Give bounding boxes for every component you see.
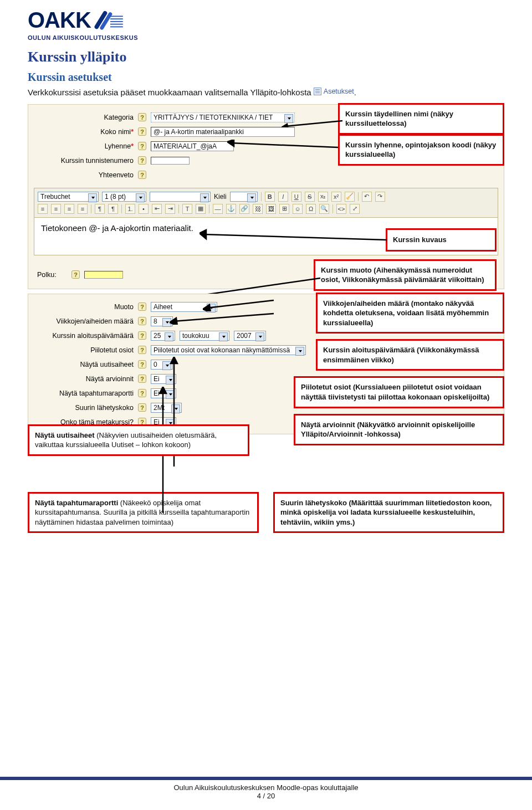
label-tunniste: Kurssin tunnistenumero — [34, 157, 134, 165]
select-aloitus-year[interactable]: 2007 — [234, 331, 266, 341]
callout-aloituspvm: Kurssin aloituspäivämäärä (Viikkonäkymäs… — [316, 339, 504, 371]
align-left-icon[interactable]: ≡ — [38, 204, 48, 214]
ltr-icon[interactable]: ¶ — [95, 204, 105, 214]
callout-kurssin-kuvaus: Kurssin kuvaus — [386, 228, 497, 252]
help-icon[interactable]: ? — [138, 171, 146, 179]
italic-icon[interactable]: I — [278, 192, 288, 202]
callout-nayta-uutisaiheet: Näytä uutisaiheet (Näkyvien uutisaiheide… — [28, 424, 249, 456]
help-icon[interactable]: ? — [138, 113, 146, 121]
help-icon[interactable]: ? — [138, 346, 146, 354]
indent-icon[interactable]: ⇥ — [165, 204, 175, 214]
intro-text: Verkkokurssisi asetuksia pääset muokkaam… — [28, 88, 311, 97]
logo-text: OAKK — [28, 10, 91, 30]
rtl-icon[interactable]: ¶ — [108, 204, 118, 214]
outdent-icon[interactable]: ⇤ — [152, 204, 162, 214]
label-tapahtuma: Näytä tapahtumaraportti — [34, 389, 134, 397]
callout-kurssin-nimi: Kurssin täydellinen nimi (näkyy kurssilu… — [338, 103, 504, 135]
callout-viikkojen-maara: Viikkojen/aiheiden määrä (montako näkyvä… — [316, 293, 504, 334]
help-icon[interactable]: ? — [138, 403, 146, 412]
help-icon[interactable]: ? — [138, 389, 146, 397]
table-icon[interactable]: ⊞ — [279, 204, 289, 214]
help-icon[interactable]: ? — [138, 127, 146, 136]
search-icon[interactable]: 🔍 — [319, 204, 329, 214]
align-justify-icon[interactable]: ≡ — [78, 204, 88, 214]
input-lyhenne[interactable]: MATERIAALIT_@jaA — [151, 141, 234, 151]
logo: OAKK — [28, 10, 504, 33]
label-piilotetut: Piilotetut osiot — [34, 346, 134, 354]
sub-icon[interactable]: x₂ — [318, 192, 328, 202]
help-icon[interactable]: ? — [138, 360, 146, 368]
unlink-icon[interactable]: ⛓ — [253, 204, 263, 214]
redo-icon[interactable]: ↷ — [375, 192, 385, 202]
editor-lang-label: Kieli — [214, 193, 227, 201]
select-kategoria[interactable]: YRITTÄJYYS / TIETOTEKNIIKKA / TIET — [151, 112, 295, 122]
label-polku: Polku: — [34, 271, 67, 279]
underline-icon[interactable]: U — [291, 192, 301, 202]
svg-marker-15 — [160, 387, 166, 393]
fullscreen-icon[interactable]: ⤢ — [350, 204, 360, 214]
select-aloitus-day[interactable]: 25 — [151, 331, 175, 341]
label-viikot: Viikkojen/aiheiden määrä — [34, 317, 134, 325]
help-icon[interactable]: ? — [138, 375, 146, 383]
bold-icon[interactable]: B — [265, 192, 275, 202]
undo-icon[interactable]: ↶ — [362, 192, 372, 202]
sup-icon[interactable]: x² — [331, 192, 341, 202]
align-right-icon[interactable]: ≡ — [64, 204, 74, 214]
callout-nayta-arvioinnit: Näytä arvioinnit (Näkyvätkö arvioinnit o… — [294, 414, 504, 445]
page-title: Kurssin ylläpito — [28, 49, 504, 65]
footer-line2: 4 / 20 — [0, 792, 532, 800]
numlist-icon[interactable]: 1. — [125, 204, 135, 214]
logo-mark-icon — [94, 10, 126, 33]
image-icon[interactable]: 🖼 — [266, 204, 276, 214]
editor-heading[interactable] — [150, 192, 211, 202]
textcolor-icon[interactable]: T — [182, 204, 192, 214]
editor-toolbar: Trebuchet 1 (8 pt) Kieli B I U S x₂ x² 🧹… — [34, 188, 498, 218]
svg-marker-3 — [227, 140, 234, 146]
editor-lang[interactable] — [230, 192, 258, 202]
help-icon[interactable]: ? — [138, 303, 146, 311]
strike-icon[interactable]: S — [305, 192, 315, 202]
editor-font-family[interactable]: Trebuchet — [38, 192, 99, 202]
svg-marker-13 — [171, 357, 177, 363]
code-icon[interactable]: <> — [336, 204, 346, 214]
label-yhteenveto: Yhteenveto — [34, 171, 134, 179]
callout-suurin-lahetyskoko: Suurin lähetyskoko (Määrittää suurimman … — [273, 492, 504, 534]
label-kategoria: Kategoria — [34, 114, 134, 121]
svg-line-10 — [173, 314, 274, 321]
help-icon[interactable]: ? — [138, 317, 146, 325]
bgcolor-icon[interactable]: ▦ — [196, 204, 206, 214]
anchor-icon[interactable]: ⚓ — [226, 204, 236, 214]
svg-line-8 — [206, 300, 274, 308]
label-aloitus: Kurssin aloituspäivämäärä — [34, 332, 134, 340]
select-aloitus-month[interactable]: toukokuu — [180, 331, 229, 341]
clean-icon[interactable]: 🧹 — [345, 192, 355, 202]
smiley-icon[interactable]: ☺ — [293, 204, 303, 214]
help-icon[interactable]: ? — [138, 331, 146, 340]
help-icon[interactable]: ? — [138, 142, 146, 150]
arrow-icon — [170, 311, 275, 325]
label-arvioinnit: Näytä arvioinnit — [34, 375, 134, 383]
link-icon[interactable]: 🔗 — [239, 204, 249, 214]
label-muoto: Muoto — [34, 303, 134, 311]
svg-marker-11 — [170, 318, 177, 325]
asetukset-chip: Asetukset — [314, 87, 354, 96]
footer-line1: Oulun Aikuiskoulutuskeskuksen Moodle-opa… — [0, 783, 532, 792]
char-icon[interactable]: Ω — [306, 204, 316, 214]
svg-line-0 — [285, 121, 342, 126]
editor-font-size[interactable]: 1 (8 pt) — [102, 192, 146, 202]
input-tunniste[interactable] — [151, 157, 190, 165]
bullist-icon[interactable]: • — [139, 204, 149, 214]
callout-piilotetut-osiot: Piilotetut osiot (Kurssialueen piilotetu… — [294, 376, 504, 408]
intro-paragraph: Verkkokurssisi asetuksia pääset muokkaam… — [28, 87, 504, 99]
help-icon[interactable]: ? — [71, 270, 80, 279]
hr-icon[interactable]: — — [213, 204, 223, 214]
arrow-icon — [203, 297, 275, 311]
arrow-icon — [200, 223, 388, 245]
logo-subtitle: OULUN AIKUISKOULUTUSKESKUS — [28, 34, 504, 41]
callout-kurssin-muoto: Kurssin muoto (Aihenäkymässä numeroidut … — [314, 259, 497, 291]
align-center-icon[interactable]: ≡ — [51, 204, 61, 214]
asetukset-chip-label: Asetukset — [324, 87, 354, 96]
label-uutisaiheet: Näytä uutisaiheet — [34, 361, 134, 368]
input-koko-nimi[interactable]: @- ja A-kortin materiaalipankki — [151, 127, 295, 137]
help-icon[interactable]: ? — [138, 156, 146, 165]
